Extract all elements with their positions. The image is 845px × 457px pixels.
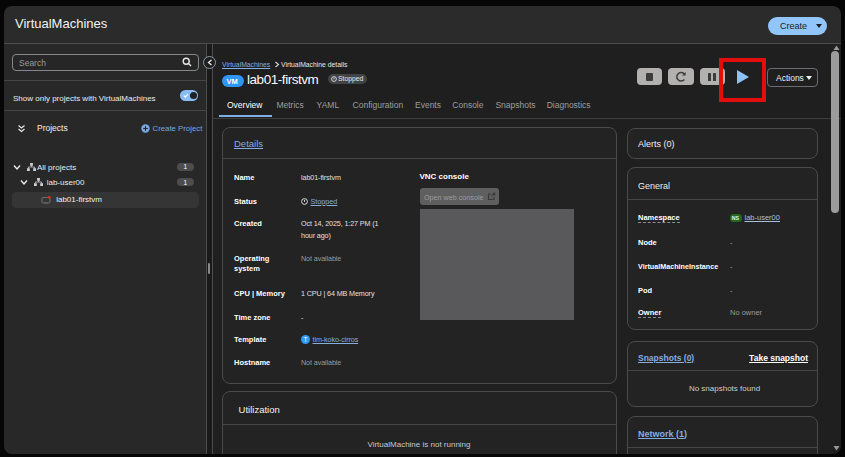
svg-text:T: T bbox=[304, 335, 308, 342]
